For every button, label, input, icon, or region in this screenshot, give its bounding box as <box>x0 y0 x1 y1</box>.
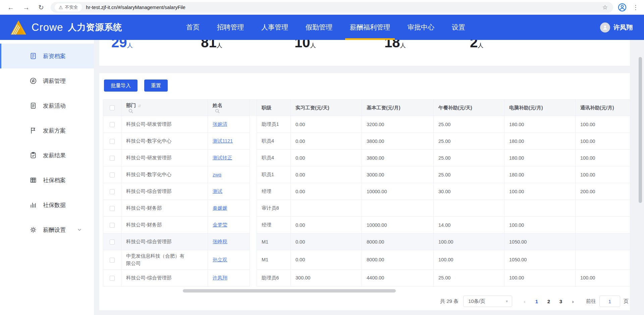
comm-allowance-cell: 100.00 <box>576 269 630 286</box>
base-pay-cell <box>362 200 434 217</box>
sidebar-item-pay-plan[interactable]: 发薪方案 <box>0 118 94 143</box>
sidebar-item-social-data[interactable]: 社保数据 <box>0 193 94 217</box>
sidebar-item-social-file[interactable]: 社保档案 <box>0 168 94 193</box>
page-button-3[interactable]: 3 <box>556 296 566 306</box>
goto-page-input[interactable] <box>599 296 620 307</box>
base-pay-cell: 3200.00 <box>362 116 434 133</box>
dept-cell: 科技公司-研发管理部 <box>121 116 208 133</box>
row-checkbox[interactable] <box>110 139 115 144</box>
nav-item-salary-benefits[interactable]: 薪酬福利管理 <box>350 15 390 40</box>
intern-pay-cell: 0.00 <box>291 217 362 233</box>
forward-icon[interactable]: → <box>23 4 30 11</box>
intern-pay-cell: 0.00 <box>291 133 362 150</box>
rank-cell: 职员4 <box>257 133 291 150</box>
rank-cell: M1 <box>257 233 291 250</box>
user-box[interactable]: 许凤翔 <box>600 22 644 33</box>
page-button-2[interactable]: 2 <box>544 296 554 306</box>
employee-name-link[interactable]: 测试 <box>213 189 222 194</box>
row-checkbox[interactable] <box>110 206 115 211</box>
row-checkbox[interactable] <box>110 172 115 177</box>
row-checkbox[interactable] <box>110 258 115 263</box>
vertical-scrollbar[interactable] <box>639 57 642 203</box>
page-button-1[interactable]: 1 <box>532 296 542 306</box>
employee-name-link[interactable]: 测试转正 <box>213 155 232 160</box>
clipboard-icon <box>30 102 37 109</box>
back-icon[interactable]: ← <box>7 4 14 11</box>
nav-item-home[interactable]: 首页 <box>186 15 200 40</box>
employee-name-link[interactable]: 秦媛媛 <box>213 205 227 211</box>
employee-name-link[interactable]: zwq <box>213 172 221 177</box>
sidebar-item-salary-adjust[interactable]: 调薪管理 <box>0 68 94 93</box>
sidebar-item-salary-settings[interactable]: 薪酬设置 <box>0 217 94 242</box>
refresh-icon[interactable]: ↻ <box>38 4 44 11</box>
row-checkbox[interactable] <box>110 223 115 228</box>
computer-allowance-cell: 180.00 <box>504 150 576 166</box>
table-row: 科技公司-综合管理部 张峥税 M1 0.00 8000.00 100.00 10… <box>103 233 630 250</box>
batch-import-button[interactable]: 批量导入 <box>104 80 138 92</box>
prev-page-button[interactable]: ‹ <box>520 296 530 306</box>
base-pay-cell: 3800.00 <box>362 133 434 150</box>
sidebar-item-pay-activity[interactable]: 发薪活动 <box>0 93 94 118</box>
row-checkbox[interactable] <box>110 276 115 281</box>
sidebar-item-label: 薪酬设置 <box>43 226 66 234</box>
next-page-button[interactable]: › <box>568 296 578 306</box>
base-pay-cell: 10000.00 <box>362 217 434 233</box>
menu-dots-icon[interactable]: ⋮ <box>633 4 639 11</box>
comm-allowance-cell <box>576 250 630 270</box>
sidebar-item-label: 社保数据 <box>43 201 66 209</box>
employee-name-link[interactable]: 张婉清 <box>213 121 227 127</box>
profile-icon[interactable] <box>618 3 627 12</box>
col-header-base-pay: 基本工资(元/月) <box>362 100 434 116</box>
rank-cell: 助理员1 <box>257 116 291 133</box>
bookmark-star-icon[interactable]: ☆ <box>602 4 608 11</box>
goto-label: 前往 <box>586 298 596 305</box>
sidebar-item-salary-file[interactable]: 薪资档案 <box>0 44 94 68</box>
col-header-comm-allowance: 通讯补助(元/月) <box>576 100 630 116</box>
lunch-allowance-cell: 25.00 <box>434 133 504 150</box>
nav-item-approval[interactable]: 审批中心 <box>408 15 434 40</box>
lunch-allowance-cell: 30.00 <box>434 183 504 200</box>
computer-allowance-cell: 180.00 <box>504 133 576 150</box>
search-icon[interactable] <box>215 109 220 113</box>
row-checkbox[interactable] <box>110 240 115 245</box>
employee-name-link[interactable]: 测试1121 <box>213 138 233 144</box>
nav-item-recruit[interactable]: 招聘管理 <box>217 15 244 40</box>
lunch-allowance-cell: 25.00 <box>434 116 504 133</box>
intern-pay-cell: 0.00 <box>291 183 362 200</box>
employee-name-link[interactable]: 张峥税 <box>213 239 227 244</box>
intern-pay-cell: 0.00 <box>291 166 362 183</box>
employee-name-link[interactable]: 孙立双 <box>213 257 227 262</box>
employee-name-link[interactable]: 许凤翔 <box>213 275 227 280</box>
base-pay-cell: 10000.00 <box>362 183 434 200</box>
row-checkbox[interactable] <box>110 122 115 127</box>
intern-pay-cell: 0.00 <box>291 116 362 133</box>
search-icon[interactable] <box>128 109 133 113</box>
crowe-logo-icon <box>10 20 27 35</box>
nav-item-settings[interactable]: 设置 <box>452 15 465 40</box>
total-count: 共 29 条 <box>440 298 459 305</box>
chevron-down-icon <box>77 227 82 232</box>
url-text[interactable]: hr-test.zjf-it.cn/#/salaryManagement/sal… <box>86 5 185 10</box>
employee-name-link[interactable]: 金梦莹 <box>213 222 227 227</box>
rank-cell: 职员4 <box>257 150 291 166</box>
horizontal-scrollbar[interactable] <box>183 289 396 293</box>
sort-icon[interactable]: ↓↑ <box>138 103 140 108</box>
sidebar-item-pay-result[interactable]: 发薪结果 <box>0 143 94 168</box>
col-header-name: 姓名 <box>208 100 250 116</box>
select-all-checkbox[interactable] <box>110 105 115 110</box>
page-size-select[interactable]: 10条/页 ▾ <box>463 296 512 307</box>
nav-item-hr[interactable]: 人事管理 <box>261 15 288 40</box>
intern-pay-cell: 300.00 <box>291 269 362 286</box>
comm-allowance-cell <box>576 233 630 250</box>
main-content: 29人 81人 10人 18人 2人 批量导入 重置 部门↓↑ <box>94 40 644 315</box>
table-body: 科技公司-研发管理部 张婉清 助理员1 0.00 3200.00 25.00 1… <box>103 116 630 286</box>
reset-button[interactable]: 重置 <box>144 80 168 92</box>
nav-item-attendance[interactable]: 假勤管理 <box>306 15 332 40</box>
security-chip[interactable]: ⚠ 不安全 <box>55 3 82 11</box>
table-row: 科技公司-研发管理部 测试转正 职员4 0.00 3800.00 25.00 1… <box>103 150 630 166</box>
row-checkbox[interactable] <box>110 189 115 194</box>
sidebar-item-label: 调薪管理 <box>43 77 66 85</box>
stat-total: 29人 <box>111 40 133 51</box>
row-checkbox[interactable] <box>110 156 115 161</box>
address-bar[interactable]: ⚠ 不安全 hr-test.zjf-it.cn/#/salaryManageme… <box>51 2 613 13</box>
